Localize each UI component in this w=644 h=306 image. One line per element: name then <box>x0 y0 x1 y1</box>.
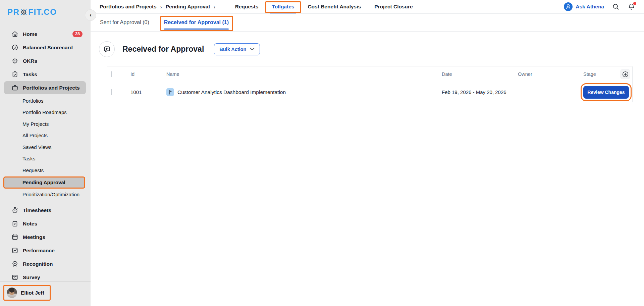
breadcrumb-pending-approval[interactable]: Pending Approval <box>166 4 210 10</box>
sidebar-item-okrs[interactable]: OKRs <box>4 54 86 67</box>
sidebar-item-label: Home <box>23 31 37 37</box>
medal-icon <box>11 260 18 267</box>
sidebar-subitem-pending-approval[interactable]: Pending Approval <box>3 176 85 189</box>
sub-item-label: My Projects <box>22 121 49 127</box>
ask-athena-label: Ask Athena <box>576 4 604 10</box>
home-icon <box>11 31 18 38</box>
row-id: 1001 <box>126 89 163 95</box>
sub-item-label: Pending Approval <box>22 180 65 185</box>
sidebar-item-label: Performance <box>23 248 55 254</box>
tab-cost-benefit-analysis[interactable]: Cost Benefit Analysis <box>308 0 361 13</box>
topbar: Portfolios and Projects › Pending Approv… <box>91 0 644 14</box>
row-date: Feb 19, 2026 - May 20, 2026 <box>442 89 518 95</box>
sub-item-label: Saved Views <box>22 144 51 150</box>
profit-logo: PR FIT.CO <box>0 0 91 23</box>
review-changes-button[interactable]: Review Changes <box>583 86 629 99</box>
sidebar-subitem-saved-views[interactable]: Saved Views <box>0 141 91 153</box>
chevron-down-icon <box>250 48 255 51</box>
athena-icon <box>564 2 573 11</box>
tab-project-closure[interactable]: Project Closure <box>374 0 413 13</box>
bulk-action-button[interactable]: Bulk Action <box>214 43 260 55</box>
sidebar-item-balanced-scorecard[interactable]: Balanced Scorecard <box>4 41 86 54</box>
tab-requests[interactable]: Requests <box>235 0 259 13</box>
sidebar-subitem-all-projects[interactable]: All Projects <box>0 130 91 142</box>
column-header-stage: Stage <box>583 71 596 77</box>
stopwatch-icon <box>11 207 18 214</box>
sub-item-label: Portfolio Roadmaps <box>22 109 67 115</box>
subtab-sent-for-approval[interactable]: Sent for Approval (0) <box>100 14 149 31</box>
sidebar-item-label: Notes <box>23 221 37 227</box>
column-header-owner: Owner <box>518 71 583 77</box>
portfolios-sub-menu: Portfolios Portfolio Roadmaps My Project… <box>0 95 91 200</box>
sidebar-item-home[interactable]: Home 28 <box>4 28 86 41</box>
sidebar-item-tasks[interactable]: Tasks <box>4 68 86 81</box>
sidebar-nav: Home 28 Balanced Scorecard OKRs Task <box>0 23 91 282</box>
project-name-link[interactable]: Customer Analytics Dashboard Implementat… <box>177 89 286 95</box>
breadcrumb-separator-icon: › <box>214 4 215 10</box>
sidebar-subitem-portfolio-roadmaps[interactable]: Portfolio Roadmaps <box>0 107 91 118</box>
notifications-bell-icon[interactable] <box>628 3 635 11</box>
tab-tollgates[interactable]: Tollgates <box>272 0 294 13</box>
sidebar-item-timesheets[interactable]: Timesheets <box>4 204 86 217</box>
sidebar-collapse-button[interactable]: ‹ <box>85 9 96 21</box>
sidebar-subitem-portfolios[interactable]: Portfolios <box>0 95 91 107</box>
project-milestone-icon <box>166 88 174 96</box>
back-arrow-bubble-icon <box>103 45 111 53</box>
sidebar-item-survey[interactable]: Survey <box>4 271 86 282</box>
search-icon[interactable] <box>612 3 620 10</box>
sidebar-item-portfolios-and-projects[interactable]: Portfolios and Projects <box>4 81 86 94</box>
subtab-received-for-approval[interactable]: Received for Approval (1) <box>164 14 229 31</box>
sub-item-label: Prioritization/Optimization <box>22 192 79 197</box>
bulk-action-label: Bulk Action <box>219 47 246 52</box>
add-column-button[interactable] <box>620 69 630 79</box>
tab-label: Project Closure <box>374 4 413 10</box>
topbar-right: Ask Athena <box>564 2 635 11</box>
sub-item-label: Portfolios <box>22 98 44 104</box>
sidebar-item-recognition[interactable]: Recognition <box>4 257 86 270</box>
table-row[interactable]: 1001 Customer Analytics Dashboard Implem… <box>107 82 632 102</box>
target-icon <box>11 57 18 64</box>
sidebar: PR FIT.CO Home 28 <box>0 0 91 306</box>
active-tab-underline <box>270 12 297 13</box>
breadcrumb: Portfolios and Projects › Pending Approv… <box>100 4 219 10</box>
user-profile-button[interactable]: Elliot Jeff <box>3 285 51 301</box>
sidebar-item-meetings[interactable]: Meetings <box>4 231 86 244</box>
row-checkbox[interactable] <box>111 89 112 95</box>
breadcrumb-portfolios-and-projects[interactable]: Portfolios and Projects <box>100 4 157 10</box>
sub-item-label: All Projects <box>22 133 48 138</box>
approvals-table: Id Name Date Owner Stage 1001 <box>107 66 633 102</box>
briefcase-icon <box>11 84 18 91</box>
sidebar-item-label: Tasks <box>23 71 37 78</box>
column-header-name: Name <box>163 71 442 77</box>
logo-text-fitco: FIT.CO <box>28 7 57 17</box>
sidebar-subitem-requests[interactable]: Requests <box>0 164 91 176</box>
sidebar-subitem-prioritization-optimization[interactable]: Prioritization/Optimization <box>0 189 91 201</box>
active-subtab-underline <box>164 29 229 30</box>
sidebar-item-notes[interactable]: Notes <box>4 217 86 230</box>
top-tabs: Requests Tollgates Cost Benefit Analysis… <box>235 0 413 13</box>
page-title: Received for Approval <box>122 45 204 54</box>
select-all-checkbox[interactable] <box>111 71 112 77</box>
approval-subtabs: Sent for Approval (0) Received for Appro… <box>91 14 644 32</box>
tab-label: Tollgates <box>272 4 294 10</box>
subtab-label: Sent for Approval (0) <box>100 19 149 26</box>
sidebar-item-performance[interactable]: Performance <box>4 244 86 257</box>
sidebar-item-label: OKRs <box>23 58 37 64</box>
app-window: PR FIT.CO Home 28 <box>0 0 644 306</box>
notepad-icon <box>11 220 18 227</box>
chart-icon <box>11 247 18 254</box>
ask-athena-button[interactable]: Ask Athena <box>564 2 604 11</box>
tab-label: Requests <box>235 4 259 10</box>
page-heading-row: Received for Approval Bulk Action <box>91 32 644 66</box>
breadcrumb-separator-icon: › <box>160 4 162 10</box>
subtab-label: Received for Approval (1) <box>164 19 229 26</box>
sidebar-item-label: Recognition <box>23 261 53 267</box>
notification-dot <box>633 2 636 5</box>
sidebar-item-label: Survey <box>23 274 40 280</box>
back-button[interactable] <box>99 41 115 57</box>
sidebar-subitem-my-projects[interactable]: My Projects <box>0 118 91 130</box>
sidebar-item-label: Meetings <box>23 234 45 240</box>
sidebar-item-label: Portfolios and Projects <box>23 85 80 91</box>
sidebar-subitem-tasks[interactable]: Tasks <box>0 153 91 165</box>
logo-text-pr: PR <box>7 7 19 17</box>
